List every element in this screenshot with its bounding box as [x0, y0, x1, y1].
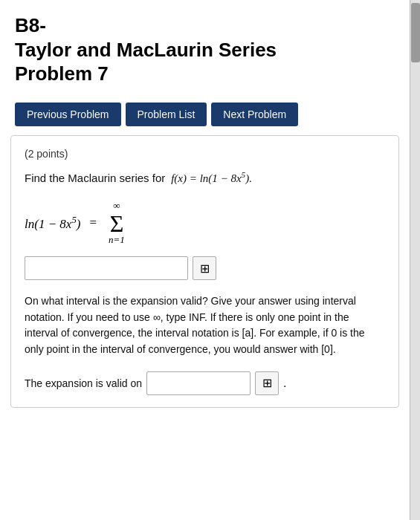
series-lhs: ln(1 − 8x5) [25, 215, 80, 232]
points-label: (2 points) [25, 148, 385, 160]
period: . [283, 377, 286, 390]
nav-bar: Previous Problem Problem List Next Probl… [0, 95, 410, 135]
expansion-row: The expansion is valid on ⊞ . [25, 371, 385, 395]
expansion-prefix: The expansion is valid on [25, 377, 142, 389]
content-area: B8- Taylor and MacLaurin Series Problem … [0, 0, 410, 408]
sigma-symbol: Σ [110, 212, 124, 235]
series-answer-row: ⊞ [25, 256, 385, 280]
prev-problem-button[interactable]: Previous Problem [15, 103, 121, 126]
scroll-thumb[interactable] [411, 3, 420, 62]
problem-list-button[interactable]: Problem List [126, 103, 207, 126]
scrollbar[interactable] [410, 0, 420, 520]
page-title: B8- Taylor and MacLaurin Series Problem … [15, 13, 395, 86]
function-expr: f(x) = ln(1 − 8x5). [168, 172, 252, 184]
next-problem-button[interactable]: Next Problem [211, 103, 298, 126]
expansion-grid-button[interactable]: ⊞ [255, 371, 279, 395]
series-grid-button[interactable]: ⊞ [193, 256, 216, 280]
title-line2: Taylor and MacLaurin Series [15, 39, 277, 61]
expansion-answer-input[interactable] [146, 371, 251, 395]
expansion-grid-icon: ⊞ [262, 376, 272, 390]
page-header: B8- Taylor and MacLaurin Series Problem … [0, 0, 410, 95]
find-text: Find the Maclaurin series for [25, 172, 165, 184]
problem-box: (2 points) Find the Maclaurin series for… [10, 135, 399, 408]
grid-icon: ⊞ [200, 261, 210, 276]
title-line1: B8- [15, 14, 46, 36]
problem-description: Find the Maclaurin series for f(x) = ln(… [25, 169, 385, 187]
interval-explanation: On what interval is the expansion valid?… [25, 293, 385, 358]
sigma-block: ∞ Σ n=1 [109, 200, 125, 246]
page-wrapper: B8- Taylor and MacLaurin Series Problem … [0, 0, 420, 520]
equals-sign: = [89, 215, 97, 230]
sigma-bottom: n=1 [109, 234, 125, 246]
series-answer-input[interactable] [25, 256, 188, 280]
series-line: ln(1 − 8x5) = ∞ Σ n=1 [25, 200, 385, 246]
title-line3: Problem 7 [15, 62, 109, 85]
